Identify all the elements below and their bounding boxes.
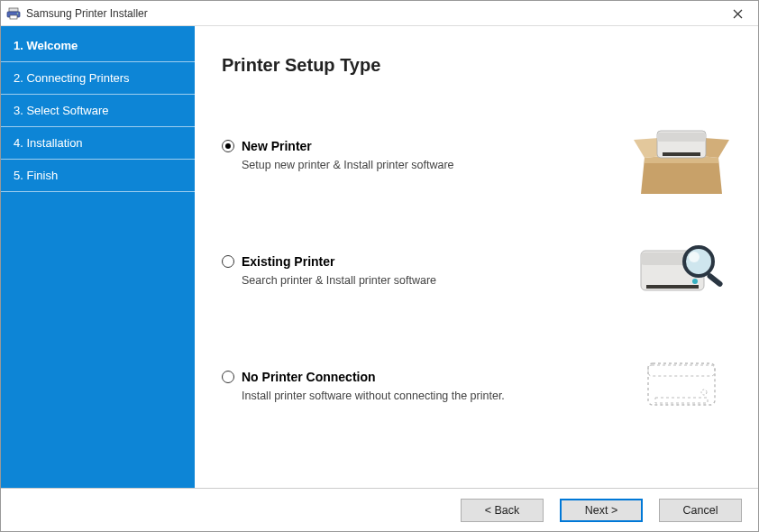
wizard-footer: < Back Next > Cancel: [1, 488, 758, 531]
installer-window: Samsung Printer Installer 1. Welcome 2. …: [0, 0, 759, 532]
option-title-label: Existing Printer: [242, 254, 334, 269]
svg-rect-15: [646, 285, 699, 289]
svg-rect-11: [657, 133, 706, 142]
svg-rect-21: [648, 365, 715, 376]
option-no-printer: No Printer Connection Install printer so…: [222, 350, 731, 422]
main-panel: Printer Setup Type New Printer Setup new…: [195, 26, 758, 488]
titlebar: Samsung Printer Installer: [1, 1, 758, 26]
close-icon: [733, 9, 743, 19]
svg-point-18: [689, 252, 700, 262]
sidebar-item-label: 2. Connecting Printers: [14, 71, 130, 85]
svg-rect-12: [663, 152, 700, 156]
option-desc: Setup new printer & Install printer soft…: [242, 159, 614, 171]
option-new-printer: New Printer Setup new printer & Install …: [222, 119, 731, 191]
sidebar-step-installation[interactable]: 4. Installation: [1, 127, 195, 160]
option-title-label: No Printer Connection: [242, 370, 376, 384]
window-body: 1. Welcome 2. Connecting Printers 3. Sel…: [1, 26, 758, 488]
cancel-button[interactable]: Cancel: [659, 499, 742, 522]
setup-options: New Printer Setup new printer & Install …: [222, 119, 731, 422]
svg-point-3: [17, 13, 19, 14]
illustration-printer-in-box-icon: [632, 119, 731, 191]
radio-icon: [222, 255, 234, 268]
option-desc: Install printer software without connect…: [242, 390, 614, 402]
sidebar-step-software[interactable]: 3. Select Software: [1, 95, 195, 127]
option-existing-printer: Existing Printer Search printer & Instal…: [222, 234, 731, 307]
page-title: Printer Setup Type: [222, 55, 731, 76]
window-title: Samsung Printer Installer: [26, 7, 148, 20]
svg-point-23: [701, 390, 707, 395]
svg-rect-0: [9, 8, 18, 12]
option-radio-new[interactable]: New Printer: [222, 139, 614, 153]
close-button[interactable]: [724, 5, 751, 23]
printer-app-icon: [6, 6, 21, 21]
wizard-sidebar: 1. Welcome 2. Connecting Printers 3. Sel…: [1, 26, 195, 488]
svg-point-17: [684, 247, 713, 276]
back-button[interactable]: < Back: [461, 499, 544, 522]
option-text: Existing Printer Search printer & Instal…: [222, 254, 614, 287]
next-button[interactable]: Next >: [560, 499, 643, 522]
sidebar-item-label: 1. Welcome: [14, 39, 78, 52]
option-text: New Printer Setup new printer & Install …: [222, 139, 614, 171]
sidebar-step-connecting[interactable]: 2. Connecting Printers: [1, 62, 195, 95]
radio-icon: [222, 140, 234, 152]
svg-rect-2: [10, 15, 17, 19]
radio-icon: [222, 371, 234, 383]
svg-point-16: [692, 279, 698, 284]
sidebar-item-label: 5. Finish: [14, 169, 58, 182]
sidebar-step-finish[interactable]: 5. Finish: [1, 160, 195, 192]
sidebar-item-label: 4. Installation: [14, 136, 83, 150]
sidebar-step-welcome[interactable]: 1. Welcome: [1, 30, 195, 62]
svg-rect-20: [648, 363, 715, 405]
option-title-label: New Printer: [242, 139, 312, 153]
option-text: No Printer Connection Install printer so…: [222, 370, 614, 402]
illustration-printer-outline-icon: [632, 350, 731, 422]
sidebar-item-label: 3. Select Software: [14, 104, 109, 117]
illustration-printer-search-icon: [632, 234, 731, 307]
option-radio-none[interactable]: No Printer Connection: [222, 370, 614, 384]
svg-rect-22: [655, 398, 708, 403]
option-radio-existing[interactable]: Existing Printer: [222, 254, 614, 269]
option-desc: Search printer & Install printer softwar…: [242, 274, 614, 287]
svg-rect-19: [706, 272, 723, 288]
